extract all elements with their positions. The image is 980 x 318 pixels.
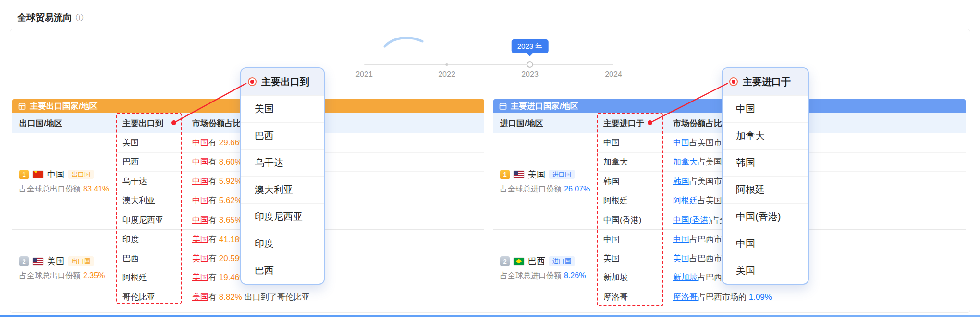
col-importer: 进口国/地区 xyxy=(493,118,597,129)
partner-cell: 澳大利亚 xyxy=(116,195,185,206)
popup-item[interactable]: 巴西 xyxy=(241,122,324,149)
popup-title-row: 主要出口到 xyxy=(241,68,324,95)
country-link[interactable]: 美国 xyxy=(192,254,208,263)
partner-cell: 美国 xyxy=(116,137,185,148)
exporter-summary: 1 中国 出口国 占全球总出口份额83.41% xyxy=(12,133,116,229)
country-link[interactable]: 美国 xyxy=(192,235,208,244)
partner-cell: 巴西 xyxy=(116,253,185,264)
popup-item[interactable]: 韩国 xyxy=(723,149,808,176)
partner-cell: 印度尼西亚 xyxy=(116,215,185,226)
timeline-track[interactable] xyxy=(364,64,613,65)
page-title-text: 全球贸易流向 xyxy=(17,12,72,24)
table-icon xyxy=(499,102,507,110)
exporter-summary: 2 美国 出口国 占全球总出口份额2.35% xyxy=(12,230,116,304)
popup-item[interactable]: 阿根廷 xyxy=(723,176,808,203)
partner-cell: 摩洛哥 xyxy=(597,292,666,303)
country-link[interactable]: 阿根廷 xyxy=(673,196,698,205)
country-link[interactable]: 韩国 xyxy=(673,177,689,186)
partner-cell: 韩国 xyxy=(597,176,666,187)
import-sources-popup: 主要进口于 中国 加拿大 韩国 阿根廷 中国(香港) 中国 美国 xyxy=(722,67,809,285)
popup-title-text: 主要出口到 xyxy=(261,76,309,89)
share-cell: 摩洛哥占巴西市场的 1.09% xyxy=(666,292,966,303)
partner-cell: 印度 xyxy=(116,234,185,245)
popup-item[interactable]: 巴西 xyxy=(241,257,324,284)
country-link[interactable]: 加拿大 xyxy=(673,157,698,166)
export-destinations-popup: 主要出口到 美国 巴西 乌干达 澳大利亚 印度尼西亚 印度 巴西 xyxy=(240,67,325,285)
year-label-2022[interactable]: 2022 xyxy=(425,70,468,79)
global-share: 占全球总出口份额2.35% xyxy=(19,271,116,281)
country-link[interactable]: 中国 xyxy=(192,196,208,205)
popup-title-row: 主要进口于 xyxy=(723,68,808,95)
partner-cell: 中国 xyxy=(597,234,666,245)
china-flag-icon xyxy=(33,171,43,178)
partner-cell: 中国 xyxy=(597,137,666,148)
popup-item[interactable]: 乌干达 xyxy=(241,149,324,176)
share-cell: 中国有 3.65% 出 xyxy=(185,215,484,226)
popup-item[interactable]: 中国 xyxy=(723,230,808,257)
global-share: 占全球总进口份额26.07% xyxy=(500,184,597,194)
partner-cell: 美国 xyxy=(597,253,666,264)
import-table-title: 主要进口国家/地区 xyxy=(511,101,578,112)
col-import-from: 主要进口于 xyxy=(597,118,666,129)
global-share: 占全球总进口份额8.26% xyxy=(500,271,597,281)
info-icon[interactable]: ⓘ xyxy=(76,13,84,23)
country-link[interactable]: 中国 xyxy=(673,138,689,147)
popup-item[interactable]: 印度尼西亚 xyxy=(241,203,324,230)
popup-item[interactable]: 中国(香港) xyxy=(723,203,808,230)
usa-flag-icon xyxy=(514,171,524,178)
share-cell: 美国有 41.18% 出 xyxy=(185,234,484,245)
country-link[interactable]: 中国 xyxy=(192,177,208,186)
share-cell: 美国有 20.59% 出 xyxy=(185,253,484,264)
brazil-flag-icon xyxy=(514,258,524,265)
exporter-badge: 出口国 xyxy=(68,170,94,179)
country-link[interactable]: 美国 xyxy=(192,273,208,282)
col-market-share: 市场份额占比 xyxy=(666,118,966,129)
popup-item[interactable]: 美国 xyxy=(723,257,808,284)
country-link[interactable]: 美国 xyxy=(192,293,208,302)
rank-1-badge: 1 xyxy=(19,170,29,179)
popup-title-text: 主要进口于 xyxy=(743,76,791,89)
importer-badge: 进口国 xyxy=(549,170,575,179)
popup-item[interactable]: 印度 xyxy=(241,230,324,257)
decorative-swoosh xyxy=(382,34,425,50)
timeline-handle[interactable] xyxy=(527,61,533,68)
year-label-2023[interactable]: 2023 xyxy=(508,70,551,79)
rank-1-badge: 1 xyxy=(500,170,510,179)
popup-item[interactable]: 美国 xyxy=(241,95,324,122)
popup-item[interactable]: 中国 xyxy=(723,95,808,122)
country-link[interactable]: 中国(香港) xyxy=(673,216,711,225)
partner-cell: 哥伦比亚 xyxy=(116,292,185,303)
table-row: 哥伦比亚美国有 8.82% 出口到了哥伦比亚 xyxy=(116,287,484,304)
country-link[interactable]: 中国 xyxy=(673,235,689,244)
exporter-badge: 出口国 xyxy=(68,256,94,266)
country-link[interactable]: 新加坡 xyxy=(673,273,698,282)
bullseye-icon xyxy=(248,77,257,86)
share-cell: 加拿大占美国市场 xyxy=(666,156,966,167)
country-link[interactable]: 美国 xyxy=(673,254,689,263)
partner-cell: 中国(香港) xyxy=(597,215,666,226)
partner-cell: 巴西 xyxy=(116,156,185,167)
export-table-title: 主要出口国家/地区 xyxy=(30,101,98,112)
col-exporter: 出口国/地区 xyxy=(12,118,116,129)
partner-cell: 阿根廷 xyxy=(597,195,666,206)
year-label-2021[interactable]: 2021 xyxy=(343,70,386,79)
country-link[interactable]: 中国 xyxy=(192,216,208,225)
partner-cell: 阿根廷 xyxy=(116,272,185,283)
share-cell: 阿根廷占美国市场 xyxy=(666,195,966,206)
share-cell: 新加坡占巴西市场 xyxy=(666,272,966,283)
country-name: 美国 xyxy=(528,169,545,180)
share-cell: 美国有 8.82% 出口到了哥伦比亚 xyxy=(185,292,484,303)
country-link[interactable]: 中国 xyxy=(192,157,208,166)
year-tooltip: 2023 年 xyxy=(512,39,549,53)
popup-item[interactable]: 澳大利亚 xyxy=(241,176,324,203)
country-link[interactable]: 中国 xyxy=(192,138,208,147)
bullseye-icon xyxy=(729,77,738,86)
importer-summary: 1 美国 进口国 占全球总进口份额26.07% xyxy=(493,133,597,229)
share-cell: 韩国占美国市场的 xyxy=(666,176,966,187)
rank-2-badge: 2 xyxy=(19,256,29,266)
country-name: 美国 xyxy=(47,255,64,267)
popup-item[interactable]: 加拿大 xyxy=(723,122,808,149)
year-label-2024[interactable]: 2024 xyxy=(592,70,635,79)
country-name: 巴西 xyxy=(528,255,545,267)
country-link[interactable]: 摩洛哥 xyxy=(673,293,698,302)
